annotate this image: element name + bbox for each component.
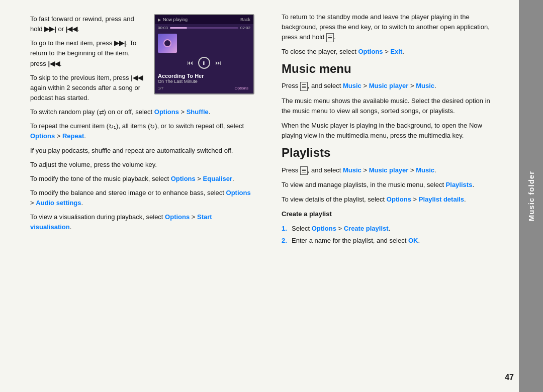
- music-menu-p1: Press ☰, and select Music > Music player…: [282, 81, 498, 91]
- repeat-all-icon: ↻: [150, 122, 155, 132]
- create-playlist-heading: Create a playlist: [282, 209, 498, 219]
- next-button[interactable]: ⏭: [215, 59, 221, 66]
- rw-icon2: |◀◀: [48, 60, 60, 67]
- para-standby: To return to the standby mode and leave …: [282, 12, 498, 42]
- playlist-details-link[interactable]: Playlist details: [419, 195, 464, 203]
- album-art-disc: [163, 39, 171, 47]
- music-menu-content: Press ☰, and select Music > Music player…: [282, 81, 498, 141]
- step-2-num: 2.: [282, 236, 289, 246]
- step-1: 1. Select Options > Create playlist.: [282, 224, 498, 234]
- para-repeat: To repeat the current item (↻₁), all ite…: [30, 121, 254, 141]
- playlists-p3: To view details of the playlist, select …: [282, 194, 498, 205]
- album-area: [155, 32, 253, 55]
- music-menu-p2: The music menu shows the available music…: [282, 96, 498, 116]
- play-icon: ⏸: [202, 60, 207, 66]
- music-player-link-pl[interactable]: Music player: [369, 166, 409, 174]
- create-playlist-link[interactable]: Create playlist: [344, 225, 389, 232]
- menu-icon-top: ☰: [326, 33, 334, 42]
- para-audio-settings: To modify the balance and stereo image o…: [30, 188, 254, 208]
- play-button[interactable]: ⏸: [198, 57, 210, 69]
- phone-header: ▶ Now playing Back: [155, 15, 253, 24]
- phone-controls: ⏮ ⏸ ⏭: [155, 55, 253, 71]
- step-1-text: Select Options > Create playlist.: [292, 224, 390, 234]
- right-top-section: To return to the standby mode and leave …: [282, 12, 498, 57]
- para-volume: To adjust the volume, press the volume k…: [30, 160, 254, 170]
- equaliser-link[interactable]: Equaliser: [203, 175, 233, 182]
- progress-bar: 00:03 02:02: [155, 24, 253, 32]
- para-shuffle: To switch random play (⇄) on or off, sel…: [30, 107, 254, 117]
- album-art: [158, 34, 177, 53]
- song-meta: 1/7 Options: [155, 85, 253, 91]
- music-link-mm2[interactable]: Music: [416, 82, 434, 89]
- music-menu-heading: Music menu: [282, 62, 498, 76]
- shuffle-link[interactable]: Shuffle: [187, 108, 209, 116]
- repeat-one-icon: ↻₁: [109, 122, 116, 132]
- para-podcasts: If you play podcasts, shuffle and repeat…: [30, 146, 254, 156]
- menu-icon-pl: ☰: [300, 166, 308, 175]
- options-link-create[interactable]: Options: [312, 225, 336, 232]
- para-close-player: To close the player, select Options > Ex…: [282, 47, 498, 57]
- song-title: According To Her: [158, 73, 250, 79]
- music-link-mm[interactable]: Music: [343, 82, 361, 89]
- prev-icon: |◀◀: [131, 74, 143, 81]
- rw-icon: |◀◀: [66, 25, 78, 33]
- shuffle-icon: ⇄: [99, 108, 104, 117]
- song-index: 1/7: [158, 86, 163, 90]
- top-section: ▶ Now playing Back 00:03 02:02: [30, 14, 254, 237]
- phone-options-label: Options: [234, 86, 250, 90]
- phone-screenshot: ▶ Now playing Back 00:03 02:02: [154, 14, 254, 94]
- menu-icon-mm: ☰: [300, 82, 308, 91]
- para-equaliser: To modify the tone of the music playback…: [30, 174, 254, 184]
- options-link-close[interactable]: Options: [358, 48, 383, 55]
- options-link-repeat[interactable]: Options: [30, 132, 55, 140]
- progress-fill: [170, 27, 187, 29]
- prev-button[interactable]: ⏮: [187, 59, 193, 66]
- options-link-vis[interactable]: Options: [165, 213, 190, 221]
- right-column: To return to the standby mode and leave …: [266, 0, 523, 392]
- step-2-text: Enter a name for the playlist, and selec…: [292, 236, 420, 246]
- playlists-section: Playlists Press ☰, and select Music > Mu…: [282, 146, 498, 245]
- time-total: 02:02: [240, 26, 250, 30]
- para-visualisation: To view a visualisation during playback,…: [30, 212, 254, 232]
- playlists-link[interactable]: Playlists: [446, 181, 473, 188]
- song-info: According To Her On The Last Minute: [155, 71, 253, 85]
- time-elapsed: 00:03: [158, 26, 168, 30]
- exit-link[interactable]: Exit: [390, 48, 402, 55]
- options-link-shuffle[interactable]: Options: [154, 108, 179, 116]
- step-2: 2. Enter a name for the playlist, and se…: [282, 236, 498, 246]
- ff-icon: ▶▶|: [44, 25, 56, 33]
- step-1-num: 1.: [282, 224, 289, 234]
- options-link-audio[interactable]: Options: [226, 189, 251, 197]
- playlists-content: Press ☰, and select Music > Music player…: [282, 165, 498, 246]
- music-menu-section: Music menu Press ☰, and select Music > M…: [282, 62, 498, 141]
- options-link-pl[interactable]: Options: [387, 195, 411, 203]
- back-label: Back: [240, 17, 250, 22]
- music-link-pl2[interactable]: Music: [416, 166, 434, 174]
- song-album: On The Last Minute: [158, 79, 250, 84]
- music-menu-p3: When the Music player is playing in the …: [282, 121, 498, 141]
- music-player-link-mm[interactable]: Music player: [369, 82, 409, 89]
- page-number: 47: [505, 373, 514, 382]
- playlists-heading: Playlists: [282, 146, 498, 160]
- left-column: ▶ Now playing Back 00:03 02:02: [0, 0, 266, 392]
- section-tab: Music folder: [519, 0, 543, 392]
- now-playing-label: ▶ Now playing: [158, 17, 188, 22]
- progress-track: [170, 27, 238, 29]
- audio-settings-link[interactable]: Audio settings: [36, 199, 81, 207]
- next-icon: ▶▶|: [114, 39, 126, 47]
- playlists-p2: To view and manage playlists, in the mus…: [282, 180, 498, 190]
- options-link-eq[interactable]: Options: [171, 175, 196, 182]
- create-playlist-steps: 1. Select Options > Create playlist. 2. …: [282, 224, 498, 245]
- music-link-pl[interactable]: Music: [343, 166, 361, 174]
- page-container: ▶ Now playing Back 00:03 02:02: [0, 0, 543, 392]
- repeat-link[interactable]: Repeat: [62, 132, 84, 140]
- tab-label: Music folder: [527, 171, 535, 221]
- playlists-p1: Press ☰, and select Music > Music player…: [282, 165, 498, 175]
- ok-link[interactable]: OK: [408, 237, 418, 244]
